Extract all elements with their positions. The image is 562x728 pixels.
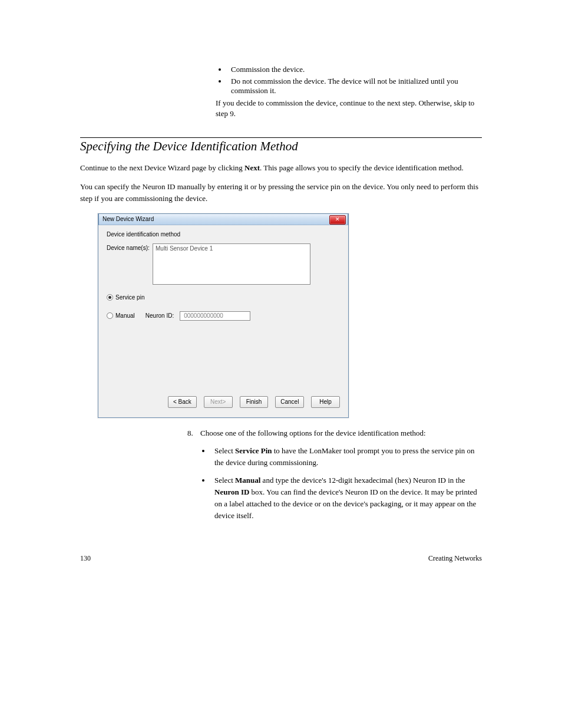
s8b-post: box. You can find the device's Neuron ID… [214, 487, 477, 520]
section-title: Specifying the Device Identification Met… [80, 139, 482, 154]
device-names-listbox[interactable]: Multi Sensor Device 1 [153, 243, 310, 285]
page-footer: 130 Creating Networks [80, 554, 482, 563]
neuron-id-input[interactable]: 000000000000 [180, 311, 250, 321]
bullet-do-not-commission: Do not commission the device. The device… [227, 77, 482, 95]
top-bullet-group: Commission the device. Do not commission… [216, 65, 482, 118]
step8-sub-service-pin: Select Service Pin to have the LonMaker … [211, 445, 482, 469]
dialog-title-text: New Device Wizard [103, 216, 154, 222]
device-names-row: Device name(s): Multi Sensor Device 1 [107, 243, 340, 285]
close-button[interactable]: ✕ [329, 215, 346, 225]
finish-button[interactable]: Finish [240, 396, 269, 408]
cancel-button[interactable]: Cancel [275, 396, 304, 408]
para1-bold-next: Next [244, 163, 260, 172]
page: Commission the device. Do not commission… [0, 0, 562, 587]
help-button[interactable]: Help [311, 396, 340, 408]
s8a-bold: Service Pin [235, 446, 272, 455]
s8b-pre: Select [214, 476, 235, 485]
service-pin-row: Service pin [107, 294, 340, 301]
dialog-screenshot: New Device Wizard ✕ Device identificatio… [98, 213, 482, 418]
dialog-heading: Device identification method [107, 231, 340, 238]
s8b-mid: and type the device's 12-digit hexadecim… [260, 476, 465, 485]
device-names-label: Device name(s): [107, 243, 153, 251]
s8a-pre: Select [214, 446, 235, 455]
page-number: 130 [80, 554, 91, 563]
s8b-bold-manual: Manual [235, 476, 260, 485]
para1-pre: Continue to the next Device Wizard page … [80, 163, 244, 172]
bullet-commission: Commission the device. [227, 65, 482, 74]
dialog-spacer [107, 321, 340, 390]
manual-row: Manual Neuron ID: 000000000000 [107, 311, 340, 321]
dialog-body: Device identification method Device name… [98, 225, 348, 417]
pre-note: If you decide to commission the device, … [216, 98, 482, 118]
neuron-id-label: Neuron ID: [146, 312, 174, 319]
step8-sub-manual: Select Manual and type the device's 12-d… [211, 475, 482, 522]
para-next: Continue to the next Device Wizard page … [80, 162, 482, 174]
section-divider [80, 137, 482, 138]
manual-radio[interactable] [107, 312, 113, 319]
footer-chapter: Creating Networks [428, 554, 482, 563]
dialog-button-row: < Back Next> Finish Cancel Help [107, 396, 340, 410]
back-button[interactable]: < Back [168, 396, 197, 408]
dialog-titlebar: New Device Wizard ✕ [98, 213, 348, 225]
step-8-text: Choose one of the following options for … [200, 427, 426, 439]
para1-post: . This page allows you to specify the de… [260, 163, 464, 172]
s8b-bold-neuron: Neuron ID [214, 487, 249, 496]
step-8-block: 8. Choose one of the following options f… [187, 427, 482, 522]
next-button: Next> [204, 396, 233, 408]
new-device-wizard-dialog: New Device Wizard ✕ Device identificatio… [98, 213, 349, 418]
para-neuron-id-intro: You can specify the Neuron ID manually b… [80, 181, 482, 205]
service-pin-label: Service pin [115, 294, 144, 301]
service-pin-radio[interactable] [107, 294, 113, 301]
manual-label: Manual [115, 312, 135, 319]
step-8-number: 8. [187, 427, 200, 439]
